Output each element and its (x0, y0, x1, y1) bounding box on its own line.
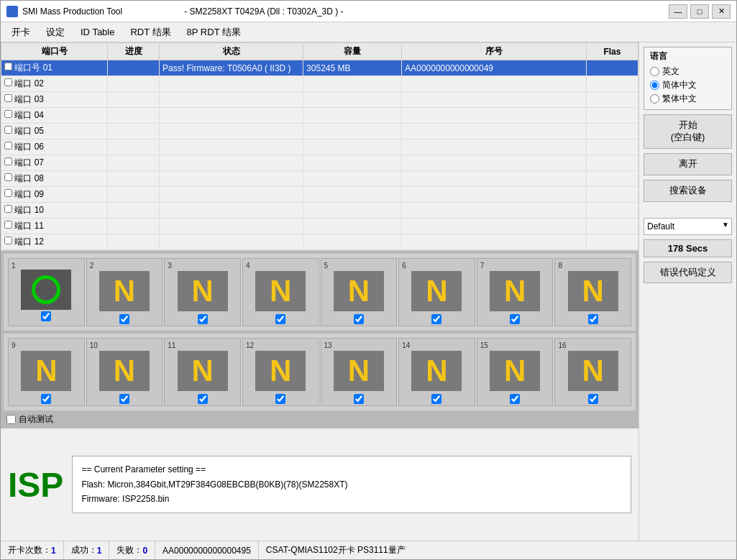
start-button[interactable]: 开始 (空白键) (644, 114, 732, 149)
col-capacity: 容量 (303, 43, 402, 60)
menu-open-card[interactable]: 开卡 (4, 24, 38, 41)
error-code-button[interactable]: 错误代码定义 (644, 262, 732, 284)
port-checkbox[interactable] (4, 126, 12, 134)
lang-traditional-radio[interactable] (650, 94, 659, 104)
table-row[interactable]: 端口 06 (1, 139, 638, 155)
table-row[interactable]: 端口 10 (1, 203, 638, 219)
main-content: 端口号 进度 状态 容量 序号 Flas 端口号 01Pass! Firmwar… (1, 42, 736, 541)
success-segment: 成功： 1 (64, 541, 110, 559)
port-card[interactable]: 14N (398, 338, 475, 406)
menu-id-table[interactable]: ID Table (73, 24, 122, 41)
n-letter-icon: N (426, 276, 447, 306)
table-row[interactable]: 端口 07 (1, 155, 638, 171)
col-flash: Flas (586, 43, 638, 60)
auto-test-checkbox[interactable] (6, 415, 16, 424)
port-card-checkbox[interactable] (431, 394, 441, 404)
port-number: 6 (402, 262, 406, 270)
table-row[interactable]: 端口号 01Pass! Firmware: T0506A0 ( II3D )30… (1, 60, 638, 76)
quit-button[interactable]: 离开 (644, 153, 732, 175)
port-card-checkbox[interactable] (510, 394, 520, 404)
flash-line: Flash: Micron,384Gbit,MT29F384G08EBCBB(B… (81, 477, 622, 492)
port-checkbox[interactable] (4, 142, 12, 150)
n-letter-icon: N (348, 276, 370, 306)
table-row[interactable]: 端口 03 (1, 92, 638, 108)
status-info: CSAT-QMIAS1102开卡 PS3111量产 (266, 544, 406, 556)
green-circle-icon (32, 275, 60, 304)
table-row[interactable]: 端口 12 (1, 234, 638, 250)
port-card-checkbox[interactable] (275, 394, 285, 404)
n-letter-icon: N (270, 356, 291, 386)
port-card[interactable]: 11N (164, 338, 241, 406)
port-table: 端口号 进度 状态 容量 序号 Flas 端口号 01Pass! Firmwar… (1, 42, 638, 251)
port-card[interactable]: 4N (242, 258, 319, 326)
port-card[interactable]: 12N (242, 338, 319, 406)
table-row[interactable]: 端口 08 (1, 171, 638, 187)
table-row[interactable]: 端口 11 (1, 219, 638, 234)
port-card-checkbox[interactable] (41, 311, 51, 321)
table-row[interactable]: 端口 02 (1, 76, 638, 92)
port-icon-n: N (411, 271, 462, 311)
main-window: SMI Mass Production Tool - SM2258XT T042… (0, 0, 737, 560)
port-card-checkbox[interactable] (510, 314, 520, 324)
port-checkbox[interactable] (4, 94, 12, 102)
lang-english-item: 英文 (650, 65, 725, 78)
lang-simplified-radio[interactable] (650, 81, 659, 90)
port-checkbox[interactable] (4, 237, 12, 244)
port-card-checkbox[interactable] (41, 394, 51, 404)
port-card-checkbox[interactable] (354, 314, 364, 324)
port-card[interactable]: 3N (164, 258, 241, 326)
port-card[interactable]: 5N (321, 258, 398, 326)
port-card-checkbox[interactable] (198, 394, 208, 404)
port-card[interactable]: 7N (477, 258, 554, 326)
port-card-checkbox[interactable] (198, 314, 208, 324)
window-title: SMI Mass Production Tool (22, 6, 122, 17)
app-icon (6, 6, 18, 17)
port-card[interactable]: 15N (477, 338, 554, 406)
port-checkbox[interactable] (4, 78, 12, 86)
port-icon-n: N (255, 271, 306, 311)
port-card-checkbox[interactable] (588, 394, 598, 404)
port-card[interactable]: 2N (86, 258, 163, 326)
port-card-checkbox[interactable] (275, 314, 285, 324)
port-grid-row2: 9N10N11N12N13N14N15N16N (4, 334, 636, 410)
port-checkbox[interactable] (4, 110, 12, 118)
port-number: 5 (324, 262, 329, 270)
port-card-checkbox[interactable] (431, 314, 441, 324)
port-card[interactable]: 8N (554, 258, 631, 326)
port-card[interactable]: 6N (398, 258, 475, 326)
port-card-checkbox[interactable] (119, 394, 129, 404)
port-card-checkbox[interactable] (354, 394, 364, 404)
port-checkbox[interactable] (4, 189, 12, 197)
port-checkbox[interactable] (4, 221, 12, 229)
table-row[interactable]: 端口 09 (1, 187, 638, 203)
port-card-checkbox[interactable] (119, 314, 129, 324)
port-card[interactable]: 10N (86, 338, 163, 406)
table-row[interactable]: 端口 04 (1, 108, 638, 124)
close-button[interactable]: ✕ (712, 4, 731, 19)
port-checkbox[interactable] (4, 173, 12, 181)
table-container: 端口号 进度 状态 容量 序号 Flas 端口号 01Pass! Firmwar… (1, 42, 638, 251)
port-checkbox[interactable] (4, 157, 12, 165)
minimize-button[interactable]: — (669, 4, 687, 19)
port-number: 7 (480, 262, 485, 270)
n-letter-icon: N (504, 356, 526, 386)
port-card[interactable]: 1 (8, 258, 85, 326)
port-number: 12 (246, 341, 254, 349)
port-card[interactable]: 13N (321, 338, 398, 406)
port-card[interactable]: 16N (554, 338, 631, 406)
menu-8p-rdt[interactable]: 8P RDT 结果 (179, 24, 249, 41)
port-card-checkbox[interactable] (588, 314, 598, 324)
lang-english-radio[interactable] (650, 67, 659, 76)
title-bar-left: SMI Mass Production Tool - SM2258XT T042… (6, 6, 344, 17)
menu-settings[interactable]: 设定 (38, 24, 73, 41)
maximize-button[interactable]: □ (690, 4, 709, 19)
fail-label: 失败： (116, 544, 142, 556)
menu-rdt-result[interactable]: RDT 结果 (122, 24, 178, 41)
serial-segment: AA0000000000000495 (155, 541, 259, 559)
port-checkbox[interactable] (4, 63, 12, 70)
table-row[interactable]: 端口 05 (1, 124, 638, 139)
port-checkbox[interactable] (4, 205, 12, 213)
profile-dropdown[interactable]: Default (644, 218, 732, 235)
search-device-button[interactable]: 搜索设备 (644, 180, 732, 202)
port-card[interactable]: 9N (8, 338, 85, 406)
